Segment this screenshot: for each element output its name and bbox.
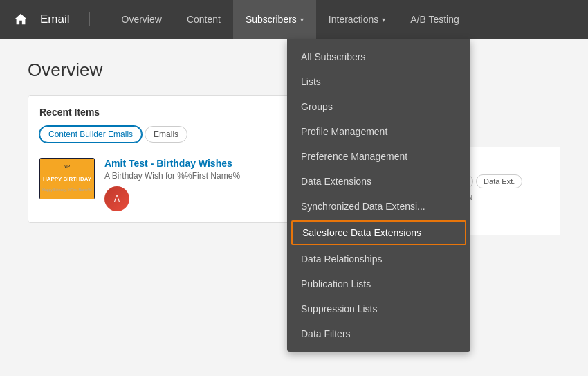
home-button[interactable] [7,6,35,33]
nav-item-interactions[interactable]: Interactions ▾ [316,0,398,39]
dropdown-item-data-relationships[interactable]: Data Relationships [287,247,470,271]
nav-item-overview[interactable]: Overview [109,0,174,39]
nav-item-abtesting[interactable]: A/B Testing [398,0,472,39]
dropdown-item-lists[interactable]: Lists [287,69,470,94]
dropdown-item-all-subscribers[interactable]: All Subscribers [287,44,470,69]
avatar: A [104,186,129,211]
nav-item-subscribers[interactable]: Subscribers ▾ [233,0,316,39]
filter-tab-emails[interactable]: Emails [145,126,187,143]
email-thumbnail: VIP HAPPY BIRTHDAY Happy Birthday, %Firs… [39,158,95,199]
dropdown-item-synced-data-ext[interactable]: Synchronized Data Extensi... [287,194,470,219]
birthday-image: VIP HAPPY BIRTHDAY Happy Birthday, %Firs… [40,159,94,199]
dropdown-item-data-filters[interactable]: Data Filters [287,321,470,346]
dropdown-item-data-extensions[interactable]: Data Extensions [287,169,470,194]
filter-tab-content-builder[interactable]: Content Builder Emails [39,126,142,143]
dropdown-item-groups[interactable]: Groups [287,94,470,119]
dropdown-item-profile-management[interactable]: Profile Management [287,119,470,144]
subscribers-dropdown: All Subscribers Lists Groups Profile Man… [287,39,470,352]
dropdown-item-publication-lists[interactable]: Publication Lists [287,271,470,296]
app-name: Email [40,12,90,26]
dropdown-item-salesforce-data-ext[interactable]: Salesforce Data Extensions [291,220,466,245]
dropdown-item-suppression-lists[interactable]: Suppression Lists [287,296,470,321]
top-navigation: Email Overview Content Subscribers ▾ Int… [0,0,588,39]
interactions-chevron-icon: ▾ [382,16,385,24]
right-tab-data-ext[interactable]: Data Ext. [476,174,522,188]
dropdown-item-preference-management[interactable]: Preference Management [287,144,470,169]
subscribers-chevron-icon: ▾ [300,16,304,24]
nav-item-content[interactable]: Content [174,0,233,39]
